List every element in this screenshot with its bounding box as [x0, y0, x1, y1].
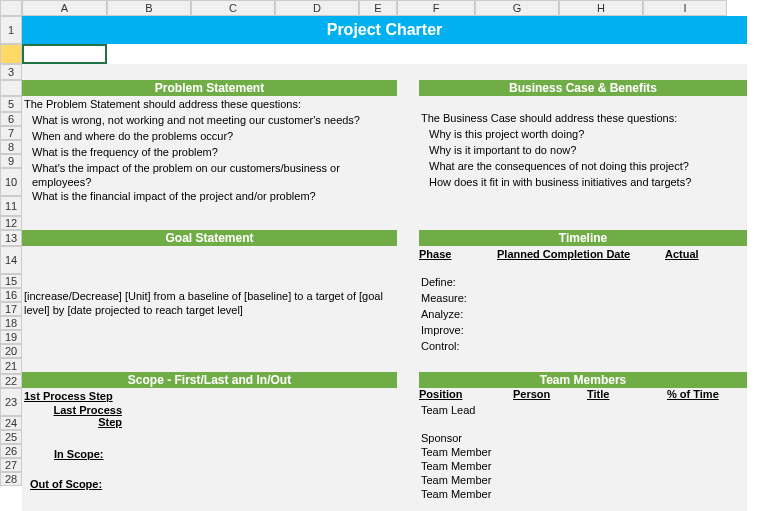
timeline-col-phase: Phase	[419, 248, 497, 260]
row-header[interactable]: 23	[0, 388, 22, 416]
scope-last: Last Process Step	[42, 404, 122, 428]
scope-first: 1st Process Step	[24, 390, 113, 402]
section-row-2: Goal Statement Timeline	[22, 230, 747, 246]
team-col-pct: % of Time	[667, 388, 747, 402]
row-header[interactable]: 8	[0, 140, 22, 154]
problem-q5: What is the financial impact of the proj…	[22, 188, 397, 204]
scope-header: Scope - First/Last and In/Out	[22, 372, 397, 388]
row-headers: 1 3 5 6 7 8 9 10 11 12 13 14 15 16 17 18…	[0, 16, 22, 486]
row-header[interactable]: 18	[0, 316, 22, 330]
row-header[interactable]: 1	[0, 16, 22, 44]
problem-intro: The Problem Statement should address the…	[22, 96, 397, 112]
col-header[interactable]: C	[191, 0, 275, 16]
row-header[interactable]: 7	[0, 126, 22, 140]
business-q3: What are the consequences of not doing t…	[419, 158, 747, 174]
team-row: Team Lead	[419, 402, 747, 416]
team-row: Team Member	[419, 458, 747, 472]
timeline-phase: Improve:	[419, 322, 747, 338]
timeline-phase: Analyze:	[419, 306, 747, 322]
row-header[interactable]: 19	[0, 330, 22, 344]
team-row: Team Member	[419, 472, 747, 486]
active-cell[interactable]	[22, 44, 107, 64]
team-col-title: Title	[587, 388, 667, 402]
business-q4: How does it fit in with business initiat…	[419, 174, 747, 190]
row-header[interactable]: 26	[0, 444, 22, 458]
team-row: Team Member	[419, 486, 747, 500]
row-header[interactable]: 6	[0, 112, 22, 126]
team-col-position: Position	[419, 388, 513, 402]
timeline-phase: Measure:	[419, 290, 747, 306]
section-row-3: Scope - First/Last and In/Out Team Membe…	[22, 372, 747, 388]
row-header[interactable]: 28	[0, 472, 22, 486]
timeline-phase: Control:	[419, 338, 747, 354]
team-col-person: Person	[513, 388, 587, 402]
section-row-1: Problem Statement Business Case & Benefi…	[22, 80, 747, 96]
business-q1: Why is this project worth doing?	[419, 126, 747, 142]
row-header[interactable]: 25	[0, 430, 22, 444]
row-header[interactable]: 24	[0, 416, 22, 430]
col-header[interactable]: H	[559, 0, 643, 16]
row-header[interactable]: 27	[0, 458, 22, 472]
grid-corner[interactable]	[0, 0, 22, 16]
team-row: Sponsor	[419, 430, 747, 444]
col-header[interactable]: I	[643, 0, 727, 16]
section-content-3: 1st Process Step Last Process Step In Sc…	[22, 388, 747, 500]
row-header[interactable]: 22	[0, 374, 22, 388]
business-intro: The Business Case should address these q…	[419, 110, 747, 126]
goal-text: [increase/Decrease] [Unit] from a baseli…	[22, 288, 397, 318]
problem-q3: What is the frequency of the problem?	[22, 144, 397, 160]
business-header: Business Case & Benefits	[419, 80, 747, 96]
col-header[interactable]: B	[107, 0, 191, 16]
row-header[interactable]: 3	[0, 64, 22, 80]
row-header-active[interactable]	[0, 44, 22, 64]
goal-header: Goal Statement	[22, 230, 397, 246]
row-header[interactable]: 17	[0, 302, 22, 316]
row-header[interactable]: 12	[0, 216, 22, 230]
row-header[interactable]	[0, 80, 22, 96]
col-header[interactable]: D	[275, 0, 359, 16]
section-content-2: [increase/Decrease] [Unit] from a baseli…	[22, 246, 747, 354]
col-header[interactable]: E	[359, 0, 397, 16]
col-header[interactable]: A	[22, 0, 107, 16]
col-header[interactable]: F	[397, 0, 475, 16]
row-header[interactable]: 16	[0, 288, 22, 302]
row-header[interactable]: 15	[0, 274, 22, 288]
problem-q1: What is wrong, not working and not meeti…	[22, 112, 397, 128]
timeline-phase: Define:	[419, 274, 747, 290]
row-header[interactable]: 11	[0, 196, 22, 216]
problem-q2: When and where do the problems occur?	[22, 128, 397, 144]
page-title: Project Charter	[22, 16, 747, 44]
problem-q4: What's the impact of the problem on our …	[22, 160, 397, 188]
timeline-col-planned: Planned Completion Date	[497, 248, 665, 260]
spreadsheet-grid: A B C D E F G H I	[0, 0, 759, 16]
team-row: Team Member	[419, 444, 747, 458]
timeline-col-actual: Actual	[665, 248, 747, 260]
row-header[interactable]: 13	[0, 230, 22, 246]
row-header[interactable]: 21	[0, 358, 22, 374]
team-row	[419, 416, 747, 430]
scope-out: Out of Scope:	[30, 478, 102, 490]
row-header[interactable]: 14	[0, 246, 22, 274]
col-header[interactable]: G	[475, 0, 559, 16]
row-header[interactable]: 20	[0, 344, 22, 358]
scope-in: In Scope:	[54, 448, 104, 460]
row-header[interactable]: 9	[0, 154, 22, 168]
problem-header: Problem Statement	[22, 80, 397, 96]
row-header[interactable]: 5	[0, 96, 22, 112]
business-q2: Why is it important to do now?	[419, 142, 747, 158]
title-text: Project Charter	[327, 21, 443, 39]
section-content-1: The Problem Statement should address the…	[22, 96, 747, 204]
team-header: Team Members	[419, 372, 747, 388]
timeline-header: Timeline	[419, 230, 747, 246]
row-header[interactable]: 10	[0, 168, 22, 196]
